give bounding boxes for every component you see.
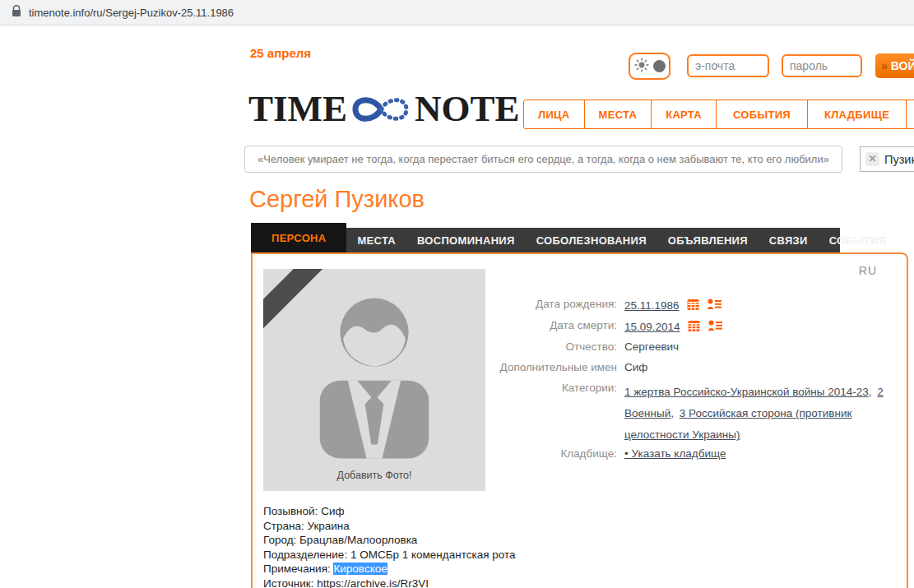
url-text[interactable]: timenote.info/ru/Sergej-Puzikov-25.11.19… — [29, 7, 234, 19]
city-line: Город: Брацлав/Малоорловка — [263, 533, 515, 548]
death-date-row: Дата смерти: 15.09.2014 — [253, 319, 722, 335]
profile-info-block: Позывной: Сиф Страна: Украина Город: Бра… — [263, 504, 515, 588]
selected-text: Кировское — [333, 563, 387, 575]
person-records-icon[interactable] — [708, 320, 722, 334]
nav-item-faces[interactable]: ЛИЦА — [523, 100, 585, 129]
main-nav: ЛИЦА МЕСТА КАРТА СОБЫТИЯ КЛАДБИЩЕ ОБЪЯВЛ… — [523, 100, 914, 129]
chevrons-icon: » — [881, 59, 888, 72]
calendar-icon[interactable] — [687, 298, 699, 313]
search-input[interactable]: Пузиков — [884, 153, 914, 166]
calendar-icon[interactable] — [688, 319, 700, 335]
cemetery-row: Кладбище: • Указать кладбище — [253, 447, 726, 460]
infinity-icon — [347, 87, 415, 130]
nav-item-map[interactable]: КАРТА — [651, 100, 717, 129]
page-title: Сергей Пузиков — [249, 186, 425, 213]
birth-date-row: Дата рождения: 25.11.1986 — [253, 298, 721, 313]
login-button-label: ВОЙТИ — [891, 59, 914, 72]
tab-connections[interactable]: СВЯЗИ — [759, 228, 819, 252]
categories-row: Категории: 1 жертва Российско-Украинской… — [253, 382, 901, 446]
tab-memories[interactable]: ВОСПОМИНАНИЯ — [406, 228, 526, 252]
death-date-label: Дата смерти: — [253, 319, 624, 335]
tab-events[interactable]: СОБЫТИЯ — [819, 228, 898, 252]
password-field[interactable] — [782, 54, 862, 77]
patronymic-value: Сергеевич — [624, 340, 679, 353]
site-logo[interactable]: TIME NOTE — [248, 87, 520, 130]
browser-url-bar[interactable]: timenote.info/ru/Sergej-Puzikov-25.11.19… — [0, 0, 914, 25]
callsign-line: Позывной: Сиф — [263, 504, 515, 519]
categories-label: Категории: — [253, 382, 624, 446]
patronymic-row: Отчество: Сергеевич — [253, 340, 679, 353]
sun-icon[interactable] — [634, 58, 649, 76]
tab-persona[interactable]: ПЕРСОНА — [251, 223, 346, 252]
notes-line: Примечания: Кировское — [263, 562, 515, 576]
person-records-icon[interactable] — [707, 299, 721, 313]
current-date: 25 апреля — [250, 46, 311, 60]
birth-date-link[interactable]: 25.11.1986 — [624, 299, 680, 312]
nav-item-places[interactable]: МЕСТА — [584, 100, 652, 129]
notes-label: Примечания: — [263, 563, 333, 575]
logo-text-right: NOTE — [415, 89, 520, 128]
source-line: Источник: https://archive.is/Rr3VI — [263, 576, 515, 588]
nav-item-events[interactable]: СОБЫТИЯ — [716, 100, 808, 129]
profile-tabs: ПЕРСОНА МЕСТА ВОСПОМИНАНИЯ СОБОЛЕЗНОВАНИ… — [251, 228, 840, 252]
clear-search-icon[interactable]: ✕ — [865, 152, 879, 166]
lock-icon — [12, 5, 21, 21]
add-photo-caption[interactable]: Добавить Фото! — [263, 470, 485, 481]
cemetery-label: Кладбище: — [253, 447, 624, 460]
death-date-link[interactable]: 15.09.2014 — [624, 321, 680, 333]
theme-toggle[interactable] — [629, 53, 670, 80]
country-line: Страна: Украина — [263, 519, 515, 534]
additional-names-label: Дополнительные имен — [253, 361, 624, 373]
additional-names-value: Сиф — [624, 361, 647, 373]
nav-item-announcements[interactable]: ОБЪЯВЛЕНИЯ — [906, 100, 914, 129]
moon-icon[interactable] — [653, 60, 666, 72]
separator: , — [869, 386, 872, 398]
search-box[interactable]: ✕ Пузиков — [860, 146, 914, 172]
login-button[interactable]: » ВОЙТИ — [875, 53, 914, 78]
tab-announcements[interactable]: ОБЪЯВЛЕНИЯ — [657, 228, 759, 252]
set-cemetery-link[interactable]: • Указать кладбище — [624, 447, 726, 460]
patronymic-label: Отчество: — [253, 340, 624, 353]
category-link-1[interactable]: 1 жертва Российско-Украинской войны 2014… — [624, 386, 869, 398]
unit-line: Подразделение: 1 ОМСБр 1 комендантская р… — [263, 548, 515, 563]
additional-names-row: Дополнительные имен Сиф — [253, 361, 647, 373]
birth-date-label: Дата рождения: — [253, 298, 624, 313]
tab-places[interactable]: МЕСТА — [346, 228, 406, 252]
separator: , — [670, 407, 674, 419]
persona-panel: RU Добавить Фото! Дата рождения: 25.11.1… — [251, 252, 908, 588]
nav-item-cemetery[interactable]: КЛАДБИЩЕ — [807, 100, 907, 129]
email-field[interactable] — [687, 54, 769, 77]
site-quote: «Человек умирает не тогда, когда переста… — [244, 146, 842, 173]
logo-text-left: TIME — [248, 89, 347, 128]
language-switcher[interactable]: RU — [859, 264, 877, 277]
tab-condolences[interactable]: СОБОЛЕЗНОВАНИЯ — [526, 228, 657, 252]
